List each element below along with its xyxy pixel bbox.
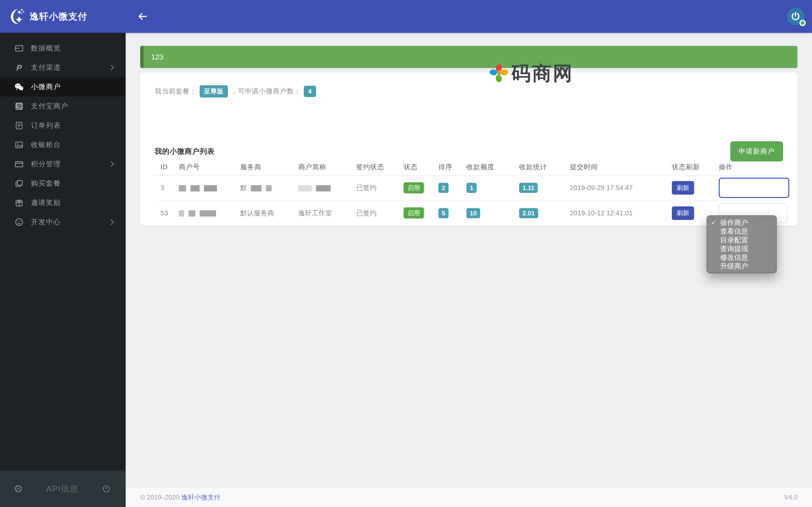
- sidebar-item-label: 小微商户: [31, 82, 61, 92]
- back-arrow-icon[interactable]: [134, 8, 151, 24]
- dev-center-smiley-icon: [14, 218, 24, 227]
- cell-short-name: [292, 175, 350, 201]
- merchant-count-badge: 4: [304, 86, 316, 97]
- cell-provider: 默认服务商: [235, 201, 292, 225]
- menu-option-modify-info[interactable]: 修改信息: [707, 253, 776, 262]
- sidebar-menu: 数据概览 P 支付渠道: [0, 33, 126, 471]
- table-title: 我的小微商户列表: [155, 147, 215, 157]
- quota-badge: 10: [466, 208, 480, 218]
- sidebar-item-data-overview[interactable]: 数据概览: [0, 39, 126, 58]
- sidebar-item-buy-package[interactable]: 购买套餐: [0, 174, 126, 193]
- api-info-link[interactable]: API信息: [23, 483, 101, 495]
- sort-badge: 5: [439, 208, 449, 218]
- menu-option-query-withdrawal[interactable]: 查询提现: [707, 244, 776, 253]
- cell-sort: 2: [433, 175, 461, 201]
- gift-icon: [14, 198, 24, 207]
- gear-icon[interactable]: ⚙: [13, 484, 23, 494]
- brand: 逸轩小微支付: [0, 8, 126, 25]
- sort-badge: 2: [439, 183, 449, 193]
- cell-merchant-no: [173, 201, 235, 225]
- table-row: 53 默认服务商 逸轩工作室 已签约 启用 5 10 2.01 2: [155, 201, 783, 225]
- cell-sort: 5: [433, 201, 461, 225]
- redacted-text: [200, 210, 216, 217]
- chevron-right-icon: [108, 219, 114, 225]
- top-bar: 逸轩小微支付: [0, 0, 812, 33]
- sidebar-bottom-bar: ⚙ API信息: [0, 471, 126, 507]
- action-select[interactable]: [719, 178, 789, 198]
- redacted-text: [189, 210, 195, 217]
- col-quota: 收款额度: [461, 162, 513, 175]
- redacted-text: [298, 185, 312, 191]
- cell-stats: 2.01: [513, 201, 564, 225]
- col-short-name: 商户简称: [292, 162, 350, 175]
- sidebar-item-label: 支付渠道: [31, 63, 61, 72]
- sidebar-item-points-management[interactable]: 积分管理: [0, 155, 126, 174]
- plan-line: 我当前套餐： 至尊版 ，可申请小微商户数： 4: [155, 85, 783, 98]
- menu-option-view-info[interactable]: 查看信息: [707, 227, 776, 236]
- cell-submitted: 2019-09-29 17:54:47: [564, 175, 666, 201]
- redacted-text: [251, 185, 261, 191]
- table-header-row: ID 商户号 服务商 商户简称 签约状态 状态 排序 收款额度 收款统计 提交时…: [155, 162, 783, 175]
- col-refresh: 状态刷新: [666, 162, 713, 175]
- cell-id: 53: [155, 201, 173, 225]
- action-dropdown-menu: ✓ 操作商户 查看信息 目录配置 查询提现 修改信息 升级商户: [707, 215, 777, 273]
- cell-provider: 默: [235, 175, 292, 201]
- redacted-text: [204, 185, 217, 191]
- refresh-button[interactable]: 刷新: [672, 181, 694, 194]
- apply-new-merchant-button[interactable]: 申请新商户: [730, 141, 783, 162]
- sidebar-item-payment-channels[interactable]: P 支付渠道: [0, 58, 126, 77]
- data-overview-card-icon: [14, 44, 24, 53]
- menu-option-operate-merchant[interactable]: ✓ 操作商户: [707, 218, 776, 227]
- cell-sign-status: 已签约: [350, 201, 398, 225]
- online-status-dot: [800, 20, 806, 26]
- cell-sign-status: 已签约: [350, 175, 398, 201]
- sidebar-item-cashier[interactable]: 收银柜台: [0, 135, 126, 155]
- refresh-button[interactable]: 刷新: [672, 207, 694, 220]
- sidebar-item-label: 数据概览: [31, 44, 61, 53]
- check-icon: ✓: [711, 218, 716, 227]
- power-icon[interactable]: [101, 484, 111, 494]
- cell-actions: [713, 175, 783, 201]
- sidebar-item-order-list[interactable]: 订单列表: [0, 116, 126, 135]
- plan-badge: 至尊版: [200, 85, 228, 98]
- menu-option-upgrade-merchant[interactable]: 升级商户: [707, 262, 776, 270]
- notice-banner: 123: [140, 46, 798, 68]
- sidebar-item-micro-merchants[interactable]: 小微商户: [0, 77, 126, 97]
- cell-quota: 1: [461, 175, 513, 201]
- sidebar-item-label: 邀请奖励: [31, 198, 61, 208]
- user-avatar[interactable]: [787, 8, 804, 25]
- cashier-picture-icon: [14, 140, 24, 150]
- redacted-text: [266, 185, 272, 191]
- points-card-icon: [14, 160, 24, 169]
- sidebar-item-dev-center[interactable]: 开发中心: [0, 213, 126, 232]
- stats-badge: 1.11: [519, 183, 538, 193]
- menu-option-directory-config[interactable]: 目录配置: [707, 236, 776, 244]
- sidebar: 数据概览 P 支付渠道: [0, 33, 126, 507]
- merchant-card: 我当前套餐： 至尊版 ，可申请小微商户数： 4 我的小微商户列表 申请新商户 I…: [140, 72, 798, 225]
- sidebar-item-alipay-merchants[interactable]: 支付宝商户: [0, 97, 126, 116]
- col-sort: 排序: [433, 162, 461, 175]
- cell-quota: 10: [461, 201, 513, 225]
- table-row: 3 默: [155, 175, 783, 201]
- quota-badge: 1: [466, 183, 476, 193]
- chevron-right-icon: [108, 162, 114, 167]
- sidebar-item-label: 支付宝商户: [31, 101, 68, 111]
- status-badge: 启用: [404, 182, 424, 193]
- sidebar-item-invite-rewards[interactable]: 邀请奖励: [0, 193, 126, 213]
- notice-text: 123: [151, 53, 163, 61]
- sidebar-item-label: 订单列表: [31, 121, 61, 130]
- plan-middle: ，可申请小微商户数：: [231, 87, 301, 96]
- page-footer: © 2019–2020 逸轩小微支付 V4.0: [126, 487, 812, 507]
- cell-refresh: 刷新: [666, 201, 713, 225]
- col-actions: 操作: [713, 162, 783, 175]
- col-provider: 服务商: [235, 162, 292, 175]
- footer-brand-link[interactable]: 逸轩小微支付: [182, 493, 221, 502]
- plan-prefix: 我当前套餐：: [155, 87, 197, 96]
- col-submitted: 提交时间: [564, 162, 666, 175]
- sidebar-item-label: 开发中心: [31, 217, 61, 227]
- app-logo-icon: [8, 8, 25, 25]
- cell-stats: 1.11: [513, 175, 564, 201]
- cell-merchant-no: [173, 175, 235, 201]
- sidebar-item-label: 购买套餐: [31, 179, 61, 188]
- cell-id: 3: [155, 175, 173, 201]
